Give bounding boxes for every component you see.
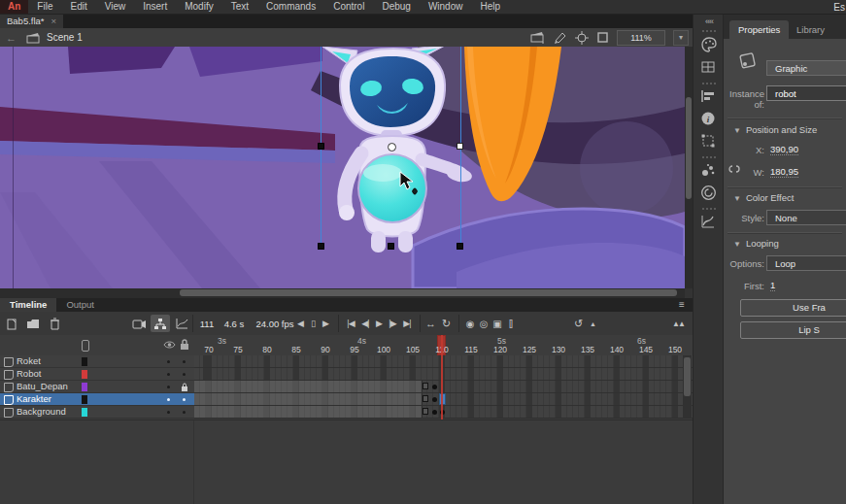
brush-library-icon[interactable] <box>700 162 718 180</box>
center-frame-icon[interactable]: ▯ <box>307 312 319 335</box>
keyframe-marker[interactable] <box>432 385 437 389</box>
playhead-line[interactable] <box>441 335 443 420</box>
dock-drag-handle[interactable] <box>702 83 716 84</box>
transform-panel-icon[interactable] <box>700 133 718 151</box>
frame-ruler[interactable]: 3s 4s 5s 6s 70 75 80 85 90 95 100 105 11… <box>194 335 693 356</box>
lip-syncing-button[interactable]: Lip S <box>740 321 846 339</box>
menu-debug[interactable]: Debug <box>373 0 419 14</box>
cc-libraries-icon[interactable] <box>700 185 718 202</box>
x-value[interactable]: 390,90 <box>770 144 798 155</box>
layer-frames-row[interactable] <box>194 406 693 419</box>
panel-menu-icon[interactable]: ≡ <box>679 298 685 312</box>
lock-icon[interactable] <box>180 339 189 351</box>
layer-frames-row[interactable] <box>194 381 693 393</box>
new-folder-button[interactable] <box>25 312 41 335</box>
zoom-in-frames-icon[interactable]: ▲▲ <box>670 312 686 335</box>
layer-outline-swatch[interactable] <box>82 370 87 379</box>
workspace-switcher[interactable]: Es <box>833 2 846 13</box>
layer-visibility-toggle[interactable] <box>167 360 170 363</box>
frame-span[interactable] <box>194 406 423 418</box>
camera-button[interactable] <box>130 312 148 335</box>
edit-scene-icon[interactable] <box>530 31 545 44</box>
play-button[interactable]: ▶ <box>373 312 385 335</box>
motion-editor-icon[interactable] <box>700 214 718 231</box>
go-last-frame-button[interactable]: ▶| <box>400 312 414 335</box>
menu-insert[interactable]: Insert <box>134 0 176 14</box>
eye-icon[interactable] <box>163 340 176 350</box>
close-icon[interactable]: × <box>51 15 57 28</box>
edit-multiple-frames-icon[interactable]: ▣ <box>491 312 503 335</box>
layer-frames-row[interactable] <box>194 355 693 368</box>
swatches-panel-icon[interactable] <box>700 59 718 77</box>
layer-row-robot[interactable]: Robot <box>0 368 194 381</box>
fit-timeline-icon[interactable]: ↔ <box>423 312 437 335</box>
current-frame-field[interactable]: 111 <box>197 312 217 336</box>
stage-viewport[interactable] <box>0 47 685 288</box>
menu-commands[interactable]: Commands <box>257 0 324 14</box>
outline-color-column-icon[interactable] <box>82 340 89 352</box>
layer-outline-swatch[interactable] <box>82 408 87 417</box>
layer-lock-toggle[interactable] <box>183 373 186 376</box>
new-layer-button[interactable] <box>4 312 19 335</box>
layer-visibility-toggle[interactable] <box>167 386 170 388</box>
layer-frames-row[interactable] <box>194 393 693 406</box>
dock-drag-handle[interactable] <box>702 156 716 158</box>
keyframe-marker[interactable] <box>432 397 437 402</box>
section-looping[interactable]: ▼Looping <box>733 238 779 249</box>
layer-outline-swatch[interactable] <box>82 357 87 366</box>
menu-file[interactable]: File <box>28 0 61 14</box>
delete-layer-button[interactable] <box>47 312 62 335</box>
layer-frames-row[interactable] <box>194 368 693 381</box>
elapsed-time-field[interactable]: 4.6 s <box>221 312 247 336</box>
layer-lock-toggle[interactable] <box>183 360 186 363</box>
layer-visibility-toggle[interactable] <box>167 398 170 401</box>
layer-row-karakter[interactable]: Karakter <box>0 393 194 406</box>
menu-modify[interactable]: Modify <box>176 0 221 14</box>
color-panel-icon[interactable] <box>700 36 718 53</box>
first-frame-value[interactable]: 1 <box>770 280 775 291</box>
selection-handle-bottom-center[interactable] <box>388 243 394 250</box>
app-logo[interactable]: An <box>0 0 28 14</box>
edit-symbols-icon[interactable] <box>553 31 567 44</box>
menu-edit[interactable]: Edit <box>61 0 95 14</box>
use-frame-picker-button[interactable]: Use Fra <box>740 299 846 317</box>
loop-playback-icon[interactable]: ↻ <box>439 312 453 335</box>
loop-options-dropdown[interactable]: Loop <box>766 255 846 271</box>
layer-depth-button[interactable] <box>173 312 190 335</box>
back-arrow-icon[interactable]: ← <box>0 32 22 44</box>
menu-window[interactable]: Window <box>420 0 472 14</box>
align-panel-icon[interactable] <box>700 88 718 106</box>
frame-back-icon[interactable]: ◀ <box>294 312 306 335</box>
selection-handle-bottom-left[interactable] <box>318 243 324 250</box>
collapse-panels-icon[interactable]: «« <box>705 17 713 26</box>
info-panel-icon[interactable]: i <box>700 111 718 128</box>
tab-properties[interactable]: Properties <box>729 20 789 39</box>
frame-span[interactable] <box>194 393 423 405</box>
tab-timeline[interactable]: Timeline <box>0 298 56 312</box>
selection-handle-left[interactable] <box>318 143 324 150</box>
style-dropdown[interactable]: None <box>766 210 846 225</box>
layer-visibility-toggle[interactable] <box>167 411 170 414</box>
tab-output[interactable]: Output <box>56 298 104 312</box>
stage-h-scrollbar-thumb[interactable] <box>180 289 677 296</box>
document-tab[interactable]: Bab5.fla* × <box>0 15 63 28</box>
menu-text[interactable]: Text <box>222 0 257 14</box>
zoom-dropdown-icon[interactable]: ▾ <box>673 30 689 46</box>
layer-visibility-toggle[interactable] <box>167 373 170 376</box>
selection-handle-right[interactable] <box>457 143 463 150</box>
clip-content-icon[interactable] <box>596 31 609 44</box>
menu-control[interactable]: Control <box>324 0 373 14</box>
span-end-marker[interactable] <box>423 395 428 402</box>
selection-handle-bottom-right[interactable] <box>457 243 463 250</box>
w-value[interactable]: 180,95 <box>770 166 798 178</box>
layer-lock-toggle[interactable] <box>183 398 186 401</box>
dock-drag-handle[interactable] <box>702 208 716 210</box>
layer-outline-swatch[interactable] <box>82 395 87 404</box>
stage-v-scrollbar-thumb[interactable] <box>686 97 692 199</box>
layer-parenting-button[interactable] <box>151 315 170 332</box>
go-first-frame-button[interactable]: |◀ <box>344 312 357 335</box>
menu-help[interactable]: Help <box>471 0 509 14</box>
menu-view[interactable]: View <box>96 0 135 14</box>
step-back-button[interactable]: ◀| <box>358 312 372 335</box>
onion-outline-icon[interactable]: ◎ <box>477 312 490 335</box>
